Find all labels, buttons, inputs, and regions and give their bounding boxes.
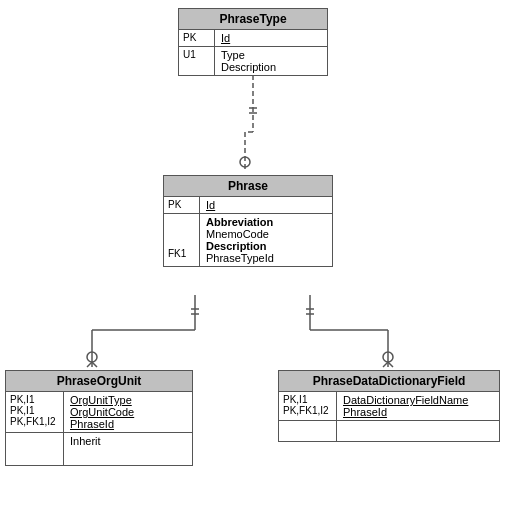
phrasedatadictionaryfield-entity: PhraseDataDictionaryField PK,I1 PK,FK1,I… bbox=[278, 370, 500, 442]
phraseorgunit-key-blank bbox=[6, 433, 64, 465]
svg-line-21 bbox=[388, 362, 393, 367]
phraseddf-fields: DataDictionaryFieldName PhraseId bbox=[337, 392, 474, 420]
phrase-key-pk: PK bbox=[164, 197, 200, 213]
svg-line-13 bbox=[92, 362, 97, 367]
phrase-entity: Phrase PK Id FK1 Abbreviation MnemoCode … bbox=[163, 175, 333, 267]
phrase-fields: Abbreviation MnemoCode Description Phras… bbox=[200, 214, 280, 266]
phraseorgunit-keys: PK,I1 PK,I1 PK,FK1,I2 bbox=[6, 392, 64, 432]
phrasetype-title: PhraseType bbox=[179, 9, 327, 30]
svg-point-19 bbox=[383, 352, 393, 362]
erd-diagram: PhraseType PK Id U1 TypeDescription Phra… bbox=[0, 0, 505, 505]
phraseorgunit-field-inherit: Inherit bbox=[64, 433, 107, 465]
svg-point-11 bbox=[87, 352, 97, 362]
phrase-key-fk1: FK1 bbox=[164, 214, 200, 266]
phrase-field-id: Id bbox=[200, 197, 221, 213]
svg-point-3 bbox=[240, 157, 250, 167]
phrasetypе-entity: PhraseType PK Id U1 TypeDescription bbox=[178, 8, 328, 76]
phrasetype-field-typedesc: TypeDescription bbox=[215, 47, 282, 75]
svg-line-20 bbox=[383, 362, 388, 367]
phraseddf-keys: PK,I1 PK,FK1,I2 bbox=[279, 392, 337, 420]
svg-line-12 bbox=[87, 362, 92, 367]
phrasetype-key-pk: PK bbox=[179, 30, 215, 46]
phrase-title: Phrase bbox=[164, 176, 332, 197]
phrasetype-key-u1: U1 bbox=[179, 47, 215, 75]
phraseorgunit-title: PhraseOrgUnit bbox=[6, 371, 192, 392]
phraseorgunit-fields1: OrgUnitType OrgUnitCode PhraseId bbox=[64, 392, 140, 432]
phrasedatadictionaryfield-title: PhraseDataDictionaryField bbox=[279, 371, 499, 392]
phrasetype-field-id: Id bbox=[215, 30, 236, 46]
phraseorgunit-entity: PhraseOrgUnit PK,I1 PK,I1 PK,FK1,I2 OrgU… bbox=[5, 370, 193, 466]
